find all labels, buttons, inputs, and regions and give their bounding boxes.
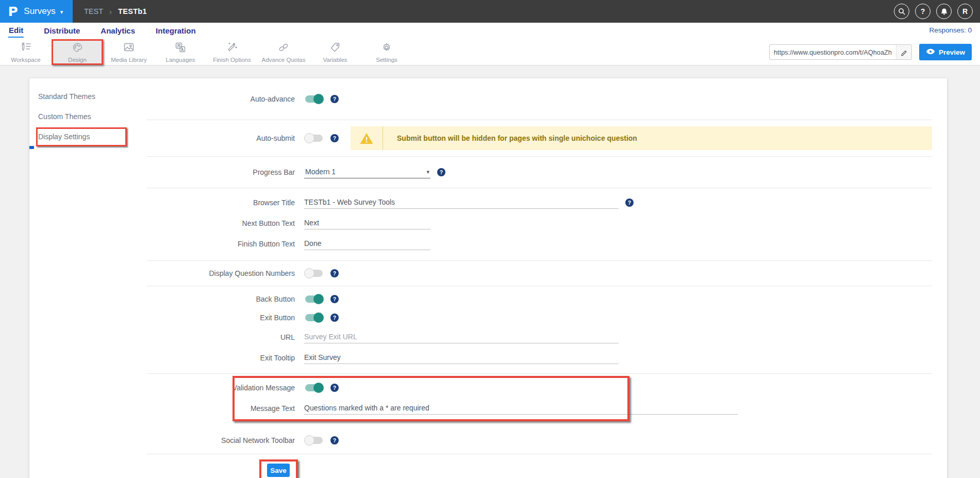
toolbar-item-media-library[interactable]: Media Library bbox=[103, 39, 155, 65]
search-icon[interactable] bbox=[894, 4, 909, 19]
message-text-input[interactable] bbox=[304, 402, 738, 415]
progress-bar-row: Progress Bar Modern 1 ▾ ? bbox=[147, 166, 932, 178]
social-network-toolbar-toggle[interactable] bbox=[305, 437, 323, 444]
finish-button-text-row: Finish Button Text bbox=[147, 238, 932, 250]
back-button-row: Back Button ? bbox=[147, 294, 932, 304]
sidebar-item-custom-themes[interactable]: Custom Themes bbox=[29, 107, 147, 127]
display-settings-panel: Standard Themes Custom Themes Display Se… bbox=[29, 78, 947, 478]
sidebar-item-label: Custom Themes bbox=[38, 112, 91, 121]
progress-bar-label: Progress Bar bbox=[147, 168, 295, 176]
social-network-toolbar-group: Social Network Toolbar ? bbox=[147, 431, 932, 454]
toolbar-item-settings[interactable]: Settings bbox=[361, 39, 412, 65]
navigation-buttons-group: Back Button ? Exit Button ? URL bbox=[147, 286, 932, 374]
toolbar-item-languages[interactable]: Languages bbox=[155, 39, 206, 65]
save-button[interactable]: Save bbox=[267, 464, 290, 477]
tab-distribute[interactable]: Distribute bbox=[43, 25, 80, 37]
survey-toolbar: Workspace Design Media Library Languages… bbox=[0, 39, 980, 65]
warning-divider bbox=[383, 126, 383, 150]
surveys-menu[interactable]: Surveys ▾ bbox=[24, 6, 63, 17]
sidebar-item-display-settings[interactable]: Display Settings bbox=[29, 127, 147, 147]
breadcrumb-parent[interactable]: TEST bbox=[84, 7, 103, 15]
breadcrumb: TEST › TESTb1 bbox=[84, 7, 147, 16]
advance-quotas-icon bbox=[277, 42, 290, 55]
social-network-toolbar-label: Social Network Toolbar bbox=[147, 436, 295, 444]
progress-bar-select[interactable]: Modern 1 ▾ bbox=[304, 166, 430, 178]
auto-submit-group: Auto-submit ? Submit button will be hidd… bbox=[147, 120, 932, 157]
eye-icon bbox=[926, 48, 935, 57]
help-icon[interactable]: ? bbox=[330, 436, 339, 444]
auto-submit-label: Auto-submit bbox=[147, 134, 295, 142]
browser-title-input[interactable] bbox=[304, 196, 619, 209]
finish-button-text-label: Finish Button Text bbox=[147, 240, 295, 248]
exit-url-input[interactable] bbox=[304, 331, 619, 343]
help-icon[interactable]: ? bbox=[330, 295, 339, 303]
browser-title-row: Browser Title ? bbox=[147, 196, 932, 209]
toolbar-item-label: Variables bbox=[323, 57, 347, 63]
avatar[interactable]: R bbox=[957, 4, 973, 19]
next-button-text-label: Next Button Text bbox=[147, 219, 295, 227]
workspace-icon bbox=[20, 42, 32, 55]
next-button-text-row: Next Button Text bbox=[147, 217, 932, 229]
auto-advance-toggle[interactable] bbox=[305, 95, 323, 103]
help-icon[interactable]: ? bbox=[330, 269, 339, 277]
questionpro-logo-icon: P bbox=[8, 4, 18, 19]
help-icon[interactable]: ? bbox=[915, 4, 931, 19]
finish-button-text-input[interactable] bbox=[304, 238, 430, 250]
tab-bar: Edit Distribute Analytics Integration Re… bbox=[0, 23, 980, 39]
display-settings-form: Auto-advance ? Auto-submit ? bbox=[147, 78, 947, 478]
auto-submit-toggle[interactable] bbox=[305, 135, 323, 142]
exit-button-toggle[interactable] bbox=[305, 314, 323, 321]
preview-button[interactable]: Preview bbox=[919, 44, 972, 60]
display-question-numbers-group: Display Question Numbers ? bbox=[147, 261, 932, 286]
help-icon[interactable]: ? bbox=[437, 168, 445, 176]
exit-tooltip-label: Exit Tooltip bbox=[147, 354, 295, 362]
message-text-row: Message Text bbox=[147, 402, 932, 415]
chevron-down-icon: ▾ bbox=[60, 8, 63, 15]
survey-url-input[interactable] bbox=[770, 48, 896, 56]
toolbar-item-workspace[interactable]: Workspace bbox=[0, 39, 52, 65]
tab-edit[interactable]: Edit bbox=[8, 24, 24, 38]
toolbar-right-group: Preview bbox=[769, 39, 980, 65]
themes-sidebar: Standard Themes Custom Themes Display Se… bbox=[29, 78, 147, 478]
auto-advance-group: Auto-advance ? bbox=[147, 78, 932, 120]
validation-message-toggle[interactable] bbox=[305, 384, 323, 391]
notifications-bell-icon[interactable] bbox=[936, 4, 952, 19]
help-icon[interactable]: ? bbox=[625, 199, 634, 207]
exit-tooltip-row: Exit Tooltip bbox=[147, 352, 932, 364]
toolbar-item-variables[interactable]: Variables bbox=[309, 39, 361, 65]
page-content: Standard Themes Custom Themes Display Se… bbox=[0, 65, 980, 478]
help-icon[interactable]: ? bbox=[330, 314, 339, 322]
sidebar-item-standard-themes[interactable]: Standard Themes bbox=[29, 87, 147, 107]
active-item-indicator bbox=[29, 146, 34, 149]
back-button-toggle[interactable] bbox=[305, 295, 323, 303]
auto-advance-label: Auto-advance bbox=[147, 95, 295, 103]
tab-integration[interactable]: Integration bbox=[155, 25, 196, 37]
exit-tooltip-input[interactable] bbox=[304, 352, 619, 364]
text-settings-group: Browser Title ? Next Button Text Finish … bbox=[147, 188, 932, 261]
progress-bar-selected-value: Modern 1 bbox=[305, 168, 336, 176]
toolbar-item-label: Design bbox=[68, 57, 87, 63]
display-question-numbers-toggle[interactable] bbox=[305, 270, 323, 277]
toolbar-item-label: Finish Options bbox=[213, 57, 251, 63]
toolbar-item-label: Workspace bbox=[11, 57, 40, 63]
design-icon bbox=[71, 42, 84, 55]
next-button-text-input[interactable] bbox=[304, 217, 430, 229]
exit-url-label: URL bbox=[147, 333, 295, 341]
toolbar-item-advance-quotas[interactable]: Advance Quotas bbox=[258, 39, 309, 65]
toolbar-item-finish-options[interactable]: Finish Options bbox=[206, 39, 258, 65]
tab-analytics[interactable]: Analytics bbox=[100, 25, 136, 37]
toolbar-item-design[interactable]: Design bbox=[52, 39, 103, 65]
sidebar-item-label: Standard Themes bbox=[38, 92, 95, 101]
social-network-toolbar-row: Social Network Toolbar ? bbox=[147, 435, 932, 446]
auto-advance-row: Auto-advance ? bbox=[147, 94, 932, 104]
top-header: P Surveys ▾ TEST › TESTb1 ? R bbox=[0, 0, 980, 23]
help-icon[interactable]: ? bbox=[330, 384, 339, 392]
auto-submit-row: Auto-submit ? Submit button will be hidd… bbox=[147, 126, 932, 150]
edit-url-pencil-icon[interactable] bbox=[896, 45, 911, 59]
responses-count[interactable]: Responses: 0 bbox=[929, 26, 972, 34]
help-icon[interactable]: ? bbox=[330, 95, 339, 103]
help-icon[interactable]: ? bbox=[330, 134, 339, 142]
settings-icon bbox=[380, 42, 393, 55]
breadcrumb-separator-icon: › bbox=[109, 7, 112, 16]
progress-bar-group: Progress Bar Modern 1 ▾ ? bbox=[147, 157, 932, 188]
